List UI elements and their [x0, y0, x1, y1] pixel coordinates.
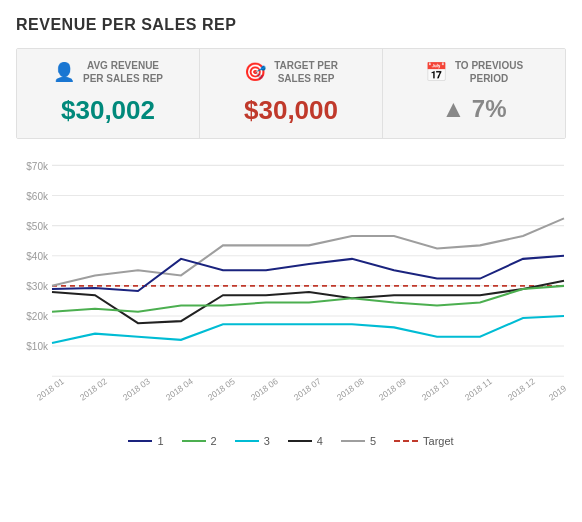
svg-text:2018 11: 2018 11: [463, 376, 494, 403]
page-title: REVENUE PER SALES REP: [16, 16, 566, 34]
avg-revenue-value: $30,002: [61, 95, 155, 126]
legend-item-4: 4: [288, 435, 323, 447]
svg-text:2018 05: 2018 05: [206, 376, 237, 403]
svg-text:2018 08: 2018 08: [335, 376, 366, 403]
svg-text:$70k: $70k: [26, 160, 49, 171]
person-icon: 👤: [53, 61, 75, 83]
svg-text:$30k: $30k: [26, 281, 49, 292]
svg-text:2018 02: 2018 02: [78, 376, 109, 403]
svg-text:2018 09: 2018 09: [377, 376, 408, 403]
legend-label-3: 3: [264, 435, 270, 447]
target-icon: 🎯: [244, 61, 266, 83]
legend-item-3: 3: [235, 435, 270, 447]
kpi-avg-revenue: 👤 AVG REVENUE PER SALES REP $30,002: [17, 49, 200, 138]
svg-text:2019 01: 2019 01: [547, 376, 566, 403]
line-chart: $70k $60k $50k $40k $30k $20k $10k 2018 …: [16, 155, 566, 425]
previous-label: TO PREVIOUS PERIOD: [455, 59, 523, 85]
legend-item-target: Target: [394, 435, 454, 447]
target-value: $30,000: [244, 95, 338, 126]
svg-text:$40k: $40k: [26, 251, 49, 262]
svg-text:2018 04: 2018 04: [164, 376, 195, 403]
legend-label-target: Target: [423, 435, 454, 447]
svg-text:$20k: $20k: [26, 311, 49, 322]
legend-label-2: 2: [211, 435, 217, 447]
legend-label-5: 5: [370, 435, 376, 447]
legend-item-1: 1: [128, 435, 163, 447]
svg-text:2018 06: 2018 06: [249, 376, 280, 403]
svg-text:2018 03: 2018 03: [121, 376, 152, 403]
kpi-target: 🎯 TARGET PER SALES REP $30,000: [200, 49, 383, 138]
svg-text:2018 07: 2018 07: [292, 376, 323, 403]
chart-area: $70k $60k $50k $40k $30k $20k $10k 2018 …: [16, 155, 566, 425]
series-3-line: [52, 316, 564, 343]
legend-item-5: 5: [341, 435, 376, 447]
legend-label-1: 1: [157, 435, 163, 447]
kpi-row: 👤 AVG REVENUE PER SALES REP $30,002 🎯 TA…: [16, 48, 566, 139]
svg-text:$10k: $10k: [26, 341, 49, 352]
kpi-previous: 📅 TO PREVIOUS PERIOD ▲ 7%: [383, 49, 565, 138]
svg-text:2018 10: 2018 10: [420, 376, 451, 403]
target-label: TARGET PER SALES REP: [274, 59, 338, 85]
calendar-icon: 📅: [425, 61, 447, 83]
legend-item-2: 2: [182, 435, 217, 447]
legend-row: 1 2 3 4 5 Target: [16, 435, 566, 447]
avg-revenue-label: AVG REVENUE PER SALES REP: [83, 59, 163, 85]
svg-text:2018 12: 2018 12: [506, 376, 537, 403]
previous-value: ▲ 7%: [441, 95, 506, 123]
legend-label-4: 4: [317, 435, 323, 447]
svg-text:$60k: $60k: [26, 190, 49, 201]
svg-text:$50k: $50k: [26, 221, 49, 232]
svg-text:2018 01: 2018 01: [35, 376, 66, 403]
